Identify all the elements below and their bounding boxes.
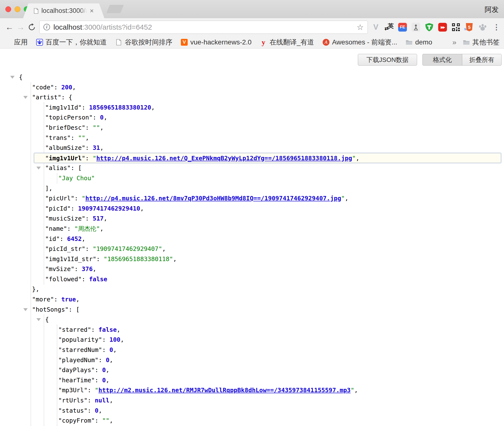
tab-close-icon[interactable]: × — [90, 8, 94, 14]
bookmark-google-sort[interactable]: 谷歌按时间排序 — [115, 38, 172, 47]
bookmark-label: 在线翻译_有道 — [269, 38, 314, 47]
page-content: 下载JSON数据 格式化 折叠所有 {"code": 200,"artist":… — [0, 49, 504, 426]
back-icon[interactable]: ← — [4, 22, 15, 33]
baidu-paw-icon — [36, 39, 43, 46]
json-row: "picId": 19097417462929410, — [0, 204, 504, 214]
bookmark-youdao-translate[interactable]: y 在线翻译_有道 — [260, 38, 314, 47]
collapse-toggle-icon[interactable] — [36, 167, 41, 170]
json-row: { — [0, 315, 504, 325]
json-key: popularity — [62, 336, 99, 343]
json-key: mp3Url — [62, 387, 84, 394]
json-row: "picId_str": "19097417462929407", — [0, 244, 504, 254]
json-key: img1v1Id_str — [49, 256, 93, 263]
qr-code-extension-icon[interactable] — [451, 23, 461, 32]
json-value: false — [89, 276, 107, 283]
json-key: followed — [49, 276, 78, 283]
sitemap-person-extension-icon[interactable] — [411, 23, 420, 32]
json-row: "albumSize": 31, — [0, 143, 504, 153]
bookmark-apps[interactable]: 应用 — [4, 38, 28, 47]
json-key: id — [49, 235, 56, 242]
json-value: 0 — [102, 377, 106, 384]
bookmark-awesomes[interactable]: A Awesomes - 前端资... — [322, 38, 397, 47]
json-key: starredNum — [62, 346, 99, 353]
youdao-translate-extension-icon[interactable]: ⇄英 — [385, 23, 394, 32]
bookmark-label: 其他书签 — [472, 38, 500, 47]
chrome-menu-icon[interactable]: ⋮ — [493, 23, 500, 31]
json-key: picId_str — [49, 245, 82, 252]
json-key: img1v1Id — [49, 104, 78, 111]
address-bar[interactable]: i localhost:3000/artists?id=6452 ☆ — [39, 21, 368, 34]
other-bookmarks-folder[interactable]: 其他书签 — [463, 38, 500, 47]
video-downloader-extension-icon[interactable]: ▶▶ — [438, 23, 447, 32]
browser-tab[interactable]: localhost:3000/artists?id=645 × — [23, 3, 104, 18]
json-row: "mvSize": 376, — [0, 264, 504, 274]
json-string: Jay Chou — [62, 175, 91, 182]
bookmark-label: vue-hackernews-2.0 — [190, 38, 252, 46]
json-string: 18569651883380118 — [107, 256, 169, 263]
browser-toolbar: ← → i localhost:3000/artists?id=6452 ☆ V… — [0, 18, 504, 36]
apps-grid-icon — [4, 39, 12, 46]
reload-icon[interactable] — [26, 22, 37, 33]
forward-icon: → — [15, 22, 26, 33]
bookmark-label: 百度一下，你就知道 — [46, 38, 107, 47]
json-key: img1v1Url — [49, 155, 82, 162]
minimize-window-button[interactable] — [15, 6, 20, 12]
json-value: true — [61, 296, 76, 303]
json-key: name — [49, 225, 63, 232]
json-row: "mp3Url": "http://m2.music.126.net/RMJR7… — [0, 385, 504, 395]
json-row: "status": 0, — [0, 406, 504, 416]
json-row: ], — [0, 183, 504, 194]
json-key: mvSize — [49, 265, 71, 273]
json-row: "starredNum": 0, — [0, 345, 504, 355]
bookmark-vue-hackernews[interactable]: V vue-hackernews-2.0 — [181, 38, 252, 46]
collapse-toggle-icon[interactable] — [23, 308, 28, 311]
json-value: 0 — [100, 114, 104, 121]
bookmark-demo-folder[interactable]: demo — [405, 38, 432, 46]
awesomes-a-icon: A — [322, 39, 330, 46]
json-value: 6452 — [67, 235, 82, 242]
json-url-link[interactable]: http://p4.music.126.net/Q_ExePNkmqB2yWyL… — [96, 155, 352, 162]
json-key: more — [36, 296, 50, 303]
svg-text:5: 5 — [468, 25, 470, 30]
bookmarks-overflow-icon[interactable]: » — [452, 38, 456, 46]
json-value: 19097417462929410 — [78, 205, 140, 212]
json-key: picId — [49, 205, 67, 212]
json-tree: {"code": 200,"artist": {"img1v1Id": 1856… — [0, 49, 504, 426]
json-value: 0 — [95, 407, 99, 414]
json-row: "trans": "", — [0, 133, 504, 143]
url-text[interactable]: localhost:3000/artists?id=6452 — [53, 23, 357, 31]
window-titlebar: localhost:3000/artists?id=645 × 阿发 — [0, 0, 504, 18]
json-value: null — [95, 397, 109, 404]
json-url-link[interactable]: http://m2.music.126.net/RMJR7wDullRqppBk… — [99, 387, 351, 394]
collapse-toggle-icon[interactable] — [36, 318, 41, 321]
fehelper-extension-icon[interactable]: FE — [398, 23, 407, 32]
page-info-icon[interactable]: i — [43, 24, 50, 30]
json-row: "id": 6452, — [0, 234, 504, 244]
json-key: musicSize — [49, 215, 82, 222]
vue-devtools-extension-icon[interactable]: V — [371, 23, 380, 32]
json-key: playedNum — [62, 357, 95, 364]
new-tab-button[interactable] — [106, 5, 124, 13]
json-value: 0 — [106, 357, 109, 364]
shield-extension-icon[interactable] — [425, 23, 434, 32]
json-row: "musicSize": 517, — [0, 213, 504, 224]
json-url-link[interactable]: http://p4.music.126.net/8mv7qP30Pd3oHW8b… — [85, 195, 341, 202]
collapse-toggle-icon[interactable] — [10, 76, 15, 79]
json-key: starred — [62, 326, 87, 333]
json-key: albumSize — [49, 144, 82, 151]
paw-extension-icon[interactable] — [478, 23, 487, 32]
bookmark-star-icon[interactable]: ☆ — [357, 23, 364, 32]
json-key: hearTime — [62, 377, 91, 384]
json-key: picUrl — [49, 195, 71, 202]
html5-extension-icon[interactable]: s 5 — [465, 23, 474, 32]
collapse-toggle-icon[interactable] — [23, 96, 28, 99]
url-host: localhost — [53, 23, 82, 31]
folder-icon — [405, 39, 413, 46]
profile-name[interactable]: 阿发 — [485, 5, 499, 15]
close-window-button[interactable] — [5, 6, 11, 12]
json-row: "Jay Chou" — [0, 173, 504, 183]
json-row: "code": 200, — [0, 82, 504, 93]
json-row: "starred": false, — [0, 325, 504, 335]
json-value: 376 — [82, 265, 93, 273]
bookmark-baidu[interactable]: 百度一下，你就知道 — [36, 38, 107, 47]
